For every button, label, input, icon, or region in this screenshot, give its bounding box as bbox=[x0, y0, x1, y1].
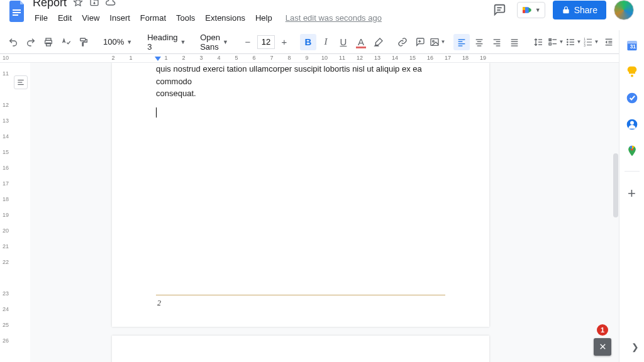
svg-point-15 bbox=[433, 40, 435, 42]
checklist-button[interactable]: ▼ bbox=[548, 34, 564, 50]
menu-insert[interactable]: Insert bbox=[105, 12, 135, 24]
redo-button[interactable] bbox=[23, 34, 39, 50]
main-area: 1011121314151617181920212223242526 quis … bbox=[0, 63, 619, 362]
menu-extensions[interactable]: Extensions bbox=[201, 12, 250, 24]
image-button[interactable]: ▼ bbox=[430, 34, 446, 50]
svg-rect-1 bbox=[13, 12, 21, 13]
last-edit-link[interactable]: Last edit was seconds ago bbox=[286, 13, 382, 23]
vertical-ruler[interactable]: 1011121314151617181920212223242526 bbox=[0, 63, 11, 362]
link-button[interactable] bbox=[394, 34, 411, 50]
menu-help[interactable]: Help bbox=[251, 12, 277, 24]
document-canvas[interactable]: quis nostrud exerci tation ullamcorper s… bbox=[30, 63, 619, 362]
toolbar: 100%▼ Heading 3▼ Open Sans▼ − 12 + B I U… bbox=[0, 30, 644, 54]
svg-rect-44 bbox=[570, 44, 574, 45]
menu-file[interactable]: File bbox=[30, 12, 52, 24]
body-text[interactable]: quis nostrud exerci tation ullamcorper s… bbox=[112, 63, 489, 100]
svg-rect-37 bbox=[549, 43, 551, 45]
font-size-input[interactable]: 12 bbox=[257, 35, 275, 49]
bullet-list-button[interactable]: ▼ bbox=[565, 34, 582, 50]
svg-rect-67 bbox=[631, 75, 633, 77]
print-button[interactable] bbox=[40, 34, 57, 50]
keep-icon[interactable] bbox=[626, 65, 638, 78]
meet-button[interactable]: ▼ bbox=[517, 2, 545, 18]
menu-bar: File Edit View Insert Format Tools Exten… bbox=[30, 11, 489, 25]
move-icon[interactable] bbox=[89, 0, 99, 8]
paint-format-button[interactable] bbox=[75, 34, 92, 50]
outline-toggle-button[interactable] bbox=[14, 75, 28, 89]
account-avatar[interactable] bbox=[614, 0, 634, 20]
cloud-icon[interactable] bbox=[106, 0, 116, 8]
page[interactable]: quis nostrud exerci tation ullamcorper s… bbox=[112, 63, 489, 327]
svg-rect-43 bbox=[570, 41, 574, 42]
docs-logo[interactable] bbox=[8, 1, 28, 21]
outline-gutter bbox=[11, 63, 30, 362]
svg-point-41 bbox=[567, 43, 569, 45]
comment-history-button[interactable] bbox=[489, 0, 509, 20]
dropdown-icon: ▼ bbox=[558, 39, 564, 45]
spellcheck-button[interactable] bbox=[58, 34, 74, 50]
menu-edit[interactable]: Edit bbox=[53, 12, 76, 24]
decrease-font-button[interactable]: − bbox=[240, 34, 256, 50]
svg-point-39 bbox=[567, 38, 569, 40]
increase-font-button[interactable]: + bbox=[276, 34, 292, 50]
italic-button[interactable]: I bbox=[318, 34, 334, 50]
horizontal-ruler[interactable]: 2112345678910111213141516171819 bbox=[0, 54, 644, 63]
align-right-button[interactable] bbox=[489, 34, 505, 50]
svg-rect-2 bbox=[13, 14, 18, 16]
lock-icon bbox=[562, 6, 570, 14]
svg-point-70 bbox=[630, 121, 634, 125]
align-center-button[interactable] bbox=[471, 34, 487, 50]
svg-rect-11 bbox=[80, 38, 86, 41]
align-left-button[interactable] bbox=[453, 34, 470, 50]
line-spacing-button[interactable] bbox=[530, 34, 547, 50]
align-justify-button[interactable] bbox=[506, 34, 523, 50]
contacts-icon[interactable] bbox=[626, 118, 638, 131]
bold-button[interactable]: B bbox=[300, 34, 316, 50]
notification-badge[interactable]: 1 bbox=[597, 324, 608, 336]
svg-text:3: 3 bbox=[584, 43, 586, 47]
font-select[interactable]: Open Sans▼ bbox=[196, 31, 232, 53]
share-button[interactable]: Share bbox=[553, 1, 606, 19]
dropdown-icon: ▼ bbox=[535, 7, 541, 13]
dropdown-icon: ▼ bbox=[594, 39, 599, 45]
comment-button[interactable] bbox=[412, 34, 428, 50]
explore-button[interactable] bbox=[594, 338, 611, 356]
indent-marker[interactable] bbox=[155, 57, 161, 62]
tasks-icon[interactable] bbox=[626, 92, 638, 104]
undo-button[interactable] bbox=[5, 34, 21, 50]
add-addon-button[interactable]: + bbox=[628, 185, 636, 202]
underline-button[interactable]: U bbox=[335, 34, 352, 50]
text-cursor bbox=[156, 107, 157, 118]
side-panel-collapse-button[interactable]: ❯ bbox=[631, 342, 639, 352]
calendar-icon[interactable]: 31 bbox=[626, 39, 638, 52]
style-select[interactable]: Heading 3▼ bbox=[143, 31, 189, 53]
menu-format[interactable]: Format bbox=[136, 12, 170, 24]
svg-rect-14 bbox=[431, 38, 438, 45]
meet-icon bbox=[521, 5, 534, 15]
explore-area: 1 bbox=[594, 324, 611, 356]
svg-rect-6 bbox=[523, 7, 525, 10]
highlight-button[interactable] bbox=[370, 34, 387, 50]
scrollbar-thumb[interactable] bbox=[613, 153, 618, 217]
maps-icon[interactable] bbox=[626, 145, 638, 157]
document-title[interactable]: Report bbox=[30, 0, 67, 9]
svg-rect-7 bbox=[523, 10, 525, 13]
menu-view[interactable]: View bbox=[77, 12, 104, 24]
dropdown-icon: ▼ bbox=[223, 39, 228, 45]
dropdown-icon: ▼ bbox=[126, 39, 132, 45]
share-label: Share bbox=[574, 5, 597, 15]
font-size-controls: − 12 + bbox=[240, 34, 292, 50]
side-panel: 31 + bbox=[619, 30, 644, 362]
dropdown-icon: ▼ bbox=[440, 39, 445, 45]
menu-tools[interactable]: Tools bbox=[172, 12, 199, 24]
decrease-indent-button[interactable] bbox=[601, 34, 617, 50]
page[interactable] bbox=[112, 336, 489, 362]
header-right: ▼ Share bbox=[489, 0, 639, 20]
zoom-select[interactable]: 100%▼ bbox=[99, 35, 136, 48]
title-area: Report File Edit View Insert Format Tool… bbox=[30, 0, 489, 25]
svg-rect-42 bbox=[570, 39, 574, 40]
footer-divider bbox=[156, 295, 445, 295]
text-color-button[interactable]: A bbox=[353, 34, 369, 50]
numbered-list-button[interactable]: 123▼ bbox=[583, 34, 599, 50]
star-icon[interactable] bbox=[73, 0, 83, 8]
